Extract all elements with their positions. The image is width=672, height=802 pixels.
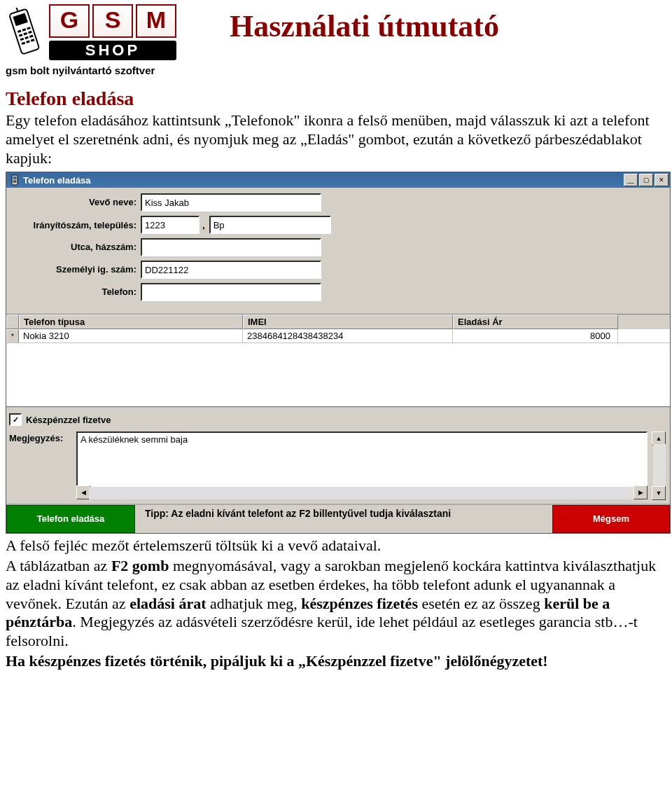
grid-header-imei: IMEI: [243, 314, 453, 329]
dialog-title: Telefon eladása: [23, 175, 622, 186]
grid-corner[interactable]: [6, 314, 19, 329]
id-number-field[interactable]: [141, 261, 321, 279]
intro-paragraph: Egy telefon eladásához kattintsunk „Tele…: [6, 111, 666, 167]
cancel-button[interactable]: Mégsem: [552, 505, 670, 533]
svg-point-17: [13, 181, 15, 182]
svg-point-20: [13, 182, 15, 184]
section-title: Telefon eladása: [6, 88, 666, 110]
scroll-left-button[interactable]: ◀: [76, 485, 90, 499]
street-field[interactable]: [141, 238, 321, 256]
logo-letters: G S M: [49, 4, 176, 38]
label-note: Megjegyzés:: [9, 431, 74, 443]
logo-subtitle: gsm bolt nyilvántartó szoftver: [6, 64, 216, 76]
buyer-name-field[interactable]: [141, 193, 321, 212]
grid-header-price: Eladási Ár: [453, 314, 618, 329]
svg-point-22: [15, 182, 17, 184]
phone-grid: Telefon típusa IMEI Eladási Ár * Nokia 3…: [6, 314, 670, 407]
cell-type: Nokia 3210: [19, 329, 243, 343]
zip-city-separator: ,: [202, 220, 205, 230]
svg-rect-16: [13, 177, 17, 179]
cash-checkbox[interactable]: ✓: [9, 413, 22, 426]
scroll-up-button[interactable]: ▲: [652, 431, 666, 445]
document-title: Használati útmutató: [230, 0, 499, 44]
grid-header-type: Telefon típusa: [19, 314, 243, 329]
svg-point-21: [14, 182, 15, 184]
document-header: G S M SHOP gsm bolt nyilvántartó szoftve…: [6, 0, 666, 76]
label-idnum: Személyi ig. szám:: [10, 265, 141, 275]
paragraph-4: Ha készpénzes fizetés történik, pipáljuk…: [6, 652, 666, 671]
row-marker[interactable]: *: [6, 329, 19, 343]
label-cash: Készpénzzel fizetve: [26, 415, 111, 425]
table-row[interactable]: * Nokia 3210 2384684128438438234 8000: [6, 329, 670, 343]
label-buyer: Vevő neve:: [10, 198, 141, 207]
scroll-down-button[interactable]: ▼: [652, 486, 666, 500]
grid-empty-area: [6, 343, 670, 406]
scroll-right-button[interactable]: ▶: [634, 485, 648, 499]
paragraph-2: A felső fejléc mezőt értelemszerű töltsü…: [6, 537, 666, 555]
label-street: Utca, házszám:: [10, 242, 141, 252]
mobile-phone-icon: [6, 8, 43, 57]
footer-tip: Tipp: Az eladni kívánt telefont az F2 bi…: [135, 505, 552, 533]
svg-point-18: [14, 181, 15, 182]
paragraph-3: A táblázatban az F2 gomb megnyomásával, …: [6, 557, 666, 651]
sell-phone-button[interactable]: Telefon eladása: [6, 505, 135, 533]
minimize-button[interactable]: __: [624, 174, 638, 186]
close-button[interactable]: ✕: [654, 174, 668, 186]
logo-shop-badge: SHOP: [49, 41, 176, 60]
phone-field[interactable]: [141, 283, 321, 301]
city-field[interactable]: [209, 216, 331, 234]
dialog-app-icon: [9, 174, 20, 186]
svg-point-19: [15, 181, 17, 182]
svg-line-14: [16, 8, 18, 12]
logo-block: G S M SHOP gsm bolt nyilvántartó szoftve…: [6, 0, 216, 76]
dialog-titlebar: Telefon eladása __ ▢ ✕: [6, 172, 670, 188]
zip-field[interactable]: [141, 216, 200, 234]
label-zipcity: Irányítószám, település:: [10, 221, 141, 230]
maximize-button[interactable]: ▢: [639, 174, 653, 186]
cell-price: 8000: [453, 329, 618, 343]
vertical-scrollbar-track[interactable]: [653, 444, 666, 486]
label-phone: Telefon:: [10, 287, 141, 297]
dialog-window: Telefon eladása __ ▢ ✕ Vevő neve: Irányí…: [6, 172, 671, 534]
cell-imei: 2384684128438438234: [243, 329, 453, 343]
horizontal-scrollbar-track[interactable]: [89, 487, 634, 499]
